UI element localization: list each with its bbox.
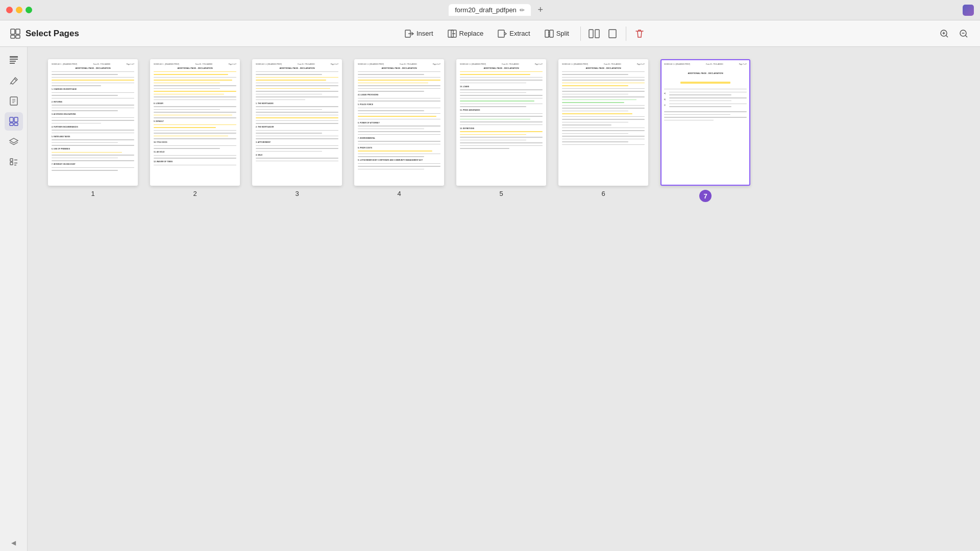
sidebar-item-notes[interactable] <box>5 92 23 110</box>
svg-rect-8 <box>545 30 549 37</box>
page-item-4: SCHEDULE C-1 (ENLARGED PRINT) Form 20 - … <box>354 59 444 202</box>
pdfpen-logo <box>963 5 974 16</box>
page-number-1: 1 <box>91 190 94 197</box>
page-number-2: 2 <box>193 190 197 197</box>
document-tab[interactable]: form20_draft_pdfpen ✏ <box>449 4 531 16</box>
zoom-in-button[interactable] <box>936 26 952 42</box>
svg-rect-10 <box>589 30 593 38</box>
svg-rect-18 <box>10 63 15 64</box>
page-number-3: 3 <box>295 190 299 197</box>
toolbar-left: Select Pages <box>8 27 110 41</box>
traffic-lights <box>6 7 32 13</box>
svg-rect-9 <box>550 30 553 37</box>
page-item-6: SCHEDULE C-1 (ENLARGED PRINT) Form 20 - … <box>558 59 648 202</box>
maximize-button[interactable] <box>26 7 32 13</box>
title-bar-right <box>963 5 974 16</box>
page-thumbnail-3[interactable]: SCHEDULE C-1 (ENLARGED PRINT) Form 20 - … <box>252 59 342 186</box>
tab-edit-icon[interactable]: ✏ <box>520 7 525 14</box>
insert-label: Insert <box>416 30 433 37</box>
sidebar-item-pages[interactable] <box>5 112 23 131</box>
tab-label: form20_draft_pdfpen <box>455 6 517 14</box>
svg-rect-25 <box>10 162 13 165</box>
title-bar-center: form20_draft_pdfpen ✏ + <box>36 4 959 16</box>
replace-button[interactable]: Replace <box>442 27 490 41</box>
toolbar-right <box>936 26 972 42</box>
split-button[interactable]: Split <box>538 27 575 41</box>
page-thumbnail-5[interactable]: SCHEDULE C-1 (ENLARGED PRINT) Form 20 - … <box>456 59 546 186</box>
svg-rect-21 <box>14 117 18 122</box>
svg-rect-20 <box>10 117 13 122</box>
page-number-5: 5 <box>499 190 503 197</box>
page-item-2: SCHEDULE C - (ENLARGED PRINT) Form 20 - … <box>150 59 240 202</box>
sidebar-collapse-arrow[interactable]: ◀ <box>10 539 18 547</box>
close-button[interactable] <box>6 7 13 13</box>
sidebar-item-bookmarks[interactable] <box>5 51 23 69</box>
page-thumbnail-1[interactable]: SCHEDULE C - (ENLARGED PRINT) Form 20 - … <box>48 59 138 186</box>
page-item-1: SCHEDULE C - (ENLARGED PRINT) Form 20 - … <box>48 59 138 202</box>
sidebar-item-forms[interactable] <box>5 153 23 171</box>
page-number-7: 7 <box>699 190 712 202</box>
page-thumbnail-7[interactable]: SCHEDULE C-1 (ENLARGED PRINT) Form 20 - … <box>660 59 750 186</box>
page-grid: SCHEDULE C - (ENLARGED PRINT) Form 20 - … <box>48 59 960 202</box>
svg-rect-7 <box>498 30 504 37</box>
svg-rect-16 <box>10 59 18 60</box>
svg-rect-22 <box>10 123 13 126</box>
toolbar: Select Pages Insert Replace Extract <box>0 20 980 47</box>
left-sidebar: ◀ <box>0 47 28 551</box>
page-item-3: SCHEDULE C-1 (ENLARGED PRINT) Form 20 - … <box>252 59 342 202</box>
svg-rect-1 <box>16 29 20 34</box>
extract-button[interactable]: Extract <box>492 27 536 41</box>
toolbar-center: Insert Replace Extract Split <box>110 26 936 42</box>
page-thumbnail-4[interactable]: SCHEDULE C-1 (ENLARGED PRINT) Form 20 - … <box>354 59 444 186</box>
page-thumbnail-2[interactable]: SCHEDULE C - (ENLARGED PRINT) Form 20 - … <box>150 59 240 186</box>
page-item-7: SCHEDULE C-1 (ENLARGED PRINT) Form 20 - … <box>660 59 750 202</box>
svg-rect-0 <box>11 29 15 34</box>
toolbar-separator-2 <box>626 27 626 41</box>
single-page-view-button[interactable] <box>604 26 621 42</box>
new-tab-button[interactable]: + <box>535 5 546 16</box>
toolbar-separator <box>580 27 581 41</box>
page-title: Select Pages <box>26 29 79 39</box>
sidebar-item-layers[interactable] <box>5 133 23 151</box>
insert-button[interactable]: Insert <box>399 27 439 41</box>
zoom-out-button[interactable] <box>955 26 972 42</box>
svg-rect-17 <box>10 61 16 62</box>
svg-rect-2 <box>11 35 15 38</box>
extract-label: Extract <box>509 30 530 37</box>
svg-rect-23 <box>14 123 18 126</box>
page-number-6: 6 <box>601 190 605 197</box>
select-pages-icon <box>8 27 22 41</box>
title-bar: form20_draft_pdfpen ✏ + <box>0 0 980 20</box>
svg-rect-12 <box>609 30 616 38</box>
main-area: ◀ SCHEDULE C - (ENLARGED PRINT) Form 20 … <box>0 47 980 551</box>
delete-button[interactable] <box>631 26 648 42</box>
page-thumbnail-6[interactable]: SCHEDULE C-1 (ENLARGED PRINT) Form 20 - … <box>558 59 648 186</box>
content-area: SCHEDULE C - (ENLARGED PRINT) Form 20 - … <box>28 47 980 551</box>
svg-rect-11 <box>595 30 599 38</box>
svg-rect-24 <box>10 159 13 161</box>
svg-rect-3 <box>16 35 20 38</box>
page-number-4: 4 <box>397 190 401 197</box>
page-item-5: SCHEDULE C-1 (ENLARGED PRINT) Form 20 - … <box>456 59 546 202</box>
minimize-button[interactable] <box>16 7 22 13</box>
split-label: Split <box>556 30 569 37</box>
dual-page-view-button[interactable] <box>586 26 602 42</box>
sidebar-item-pen[interactable] <box>5 71 23 90</box>
replace-label: Replace <box>459 30 484 37</box>
svg-rect-15 <box>10 56 18 58</box>
